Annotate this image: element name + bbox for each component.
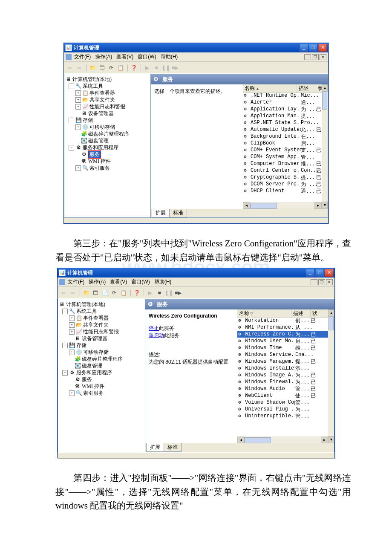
tree-defrag[interactable]: 磁盘碎片整理程序: [82, 356, 123, 363]
maximize-button[interactable]: □: [315, 269, 324, 277]
tree-storage[interactable]: 存储: [76, 342, 86, 349]
minimize-button[interactable]: _: [306, 269, 314, 277]
tree-indexing[interactable]: 索引服务: [89, 165, 110, 172]
service-row[interactable]: ⚙DHCP Client通...已: [243, 188, 328, 194]
tree-wmi[interactable]: WMI 控件: [82, 383, 104, 390]
service-row[interactable]: ⚙Application Man...提...: [243, 113, 328, 119]
col-name[interactable]: 名称: [245, 85, 255, 91]
tree-storage[interactable]: 存储: [83, 117, 93, 124]
tree-removable[interactable]: 可移动存储: [89, 124, 115, 131]
export-button[interactable]: 📋: [119, 289, 128, 297]
hscroll-thumb[interactable]: [245, 437, 271, 443]
maximize-button[interactable]: □: [309, 44, 317, 52]
col-desc[interactable]: 描述: [297, 84, 316, 92]
help-button[interactable]: ❓: [133, 289, 141, 297]
tree-devmgr[interactable]: 设备管理器: [88, 110, 114, 117]
restart-button[interactable]: ■▶: [174, 289, 182, 297]
tree-wmi[interactable]: WMI 控件: [88, 158, 111, 165]
up-button[interactable]: 📁: [82, 289, 90, 297]
menu-file[interactable]: 文件(F): [74, 53, 91, 61]
service-row[interactable]: ⚙Windows Image A...为...已: [237, 372, 334, 379]
vertical-scrollbar[interactable]: ▴ ▾: [322, 84, 328, 209]
service-row[interactable]: ⚙Uninterruptible...管...: [237, 413, 334, 419]
list-header[interactable]: 名称▽ 描述 状: [237, 309, 334, 318]
props-button[interactable]: 🗔: [91, 289, 100, 297]
scroll-up-icon[interactable]: ▴: [328, 309, 334, 317]
tree-removable[interactable]: 可移动存储: [83, 349, 109, 356]
menu-help[interactable]: 帮助(H): [161, 53, 178, 61]
minimize-button[interactable]: _: [300, 44, 308, 52]
col-status[interactable]: 状: [311, 309, 322, 318]
col-desc[interactable]: 描述: [291, 309, 311, 318]
service-row[interactable]: ⚙Background Inte...在...: [243, 133, 328, 140]
menu-view[interactable]: 查看(V): [116, 53, 133, 61]
service-row[interactable]: ⚙Windows Time维...已: [237, 344, 334, 351]
service-row[interactable]: ⚙ASP.NET State S...Pro...: [243, 119, 328, 126]
scroll-right-icon[interactable]: ▸: [314, 202, 322, 209]
console-tree[interactable]: 🖥计算机管理(本地) −🔧系统工具 +📋事件查看器 +📂共享文件夹 +📈性能日志…: [64, 74, 151, 218]
menu-help[interactable]: 帮助(H): [154, 278, 172, 286]
tree-shared[interactable]: 共享文件夹: [89, 96, 115, 104]
tree-systools[interactable]: 系统工具: [83, 83, 103, 90]
up-button[interactable]: 📁: [88, 64, 97, 72]
console-tree[interactable]: 🖥计算机管理(本地) −🔧系统工具 +📋事件查看器 +📂共享文件夹 +📈性能日志…: [58, 299, 145, 452]
col-name[interactable]: 名称: [239, 310, 249, 316]
vertical-scrollbar[interactable]: ▴ ▾: [328, 309, 334, 443]
expand-icon[interactable]: +: [75, 90, 81, 96]
service-row[interactable]: ⚙ClipBook启...: [243, 140, 328, 147]
menu-window[interactable]: 窗口(W): [138, 53, 156, 61]
props-button[interactable]: 🗔: [98, 64, 106, 72]
mdi-minimize[interactable]: _: [311, 279, 317, 285]
refresh-button[interactable]: ⟳: [110, 289, 118, 297]
tab-standard[interactable]: 标准: [164, 443, 182, 452]
collapse-icon[interactable]: −: [69, 84, 74, 89]
mdi-restore[interactable]: ❐: [312, 54, 319, 60]
service-row[interactable]: ⚙Contrl Center o...Con...已: [243, 167, 328, 174]
menu-window[interactable]: 窗口(W): [131, 278, 150, 286]
service-row[interactable]: ⚙Volume Shadow Copy管...: [237, 399, 334, 406]
scroll-thumb[interactable]: [329, 317, 334, 330]
tab-extended[interactable]: 扩展: [146, 443, 164, 452]
menu-action[interactable]: 操作(A): [89, 278, 106, 286]
scroll-up-icon[interactable]: ▴: [322, 84, 328, 92]
horizontal-scrollbar[interactable]: ◂ ▸: [243, 202, 322, 209]
refresh-button[interactable]: ⟳: [107, 64, 115, 72]
scroll-left-icon[interactable]: ◂: [243, 202, 250, 209]
tree-eventviewer[interactable]: 事件查看器: [83, 315, 109, 322]
service-row[interactable]: ⚙DCOM Server Pro...为 ...已: [243, 181, 328, 188]
tree-root[interactable]: 计算机管理(本地): [72, 76, 112, 83]
menu-action[interactable]: 操作(A): [95, 53, 112, 61]
tree-eventviewer[interactable]: 事件查看器: [89, 90, 115, 97]
service-row[interactable]: ⚙WMI Performance...从 ...: [237, 324, 334, 331]
restart-service-link[interactable]: 重启动: [149, 332, 164, 338]
tree-perf[interactable]: 性能日志和警报: [83, 328, 119, 335]
tree-services[interactable]: 服务: [82, 376, 92, 383]
service-row[interactable]: ⚙.NET Runtime Op...Mic...: [243, 92, 328, 99]
scroll-down-icon[interactable]: ▾: [328, 436, 334, 443]
service-row[interactable]: ⚙COM+ System App...管...: [243, 153, 328, 160]
tree-diskmgmt[interactable]: 磁盘管理: [82, 362, 102, 370]
tree-devmgr[interactable]: 设备管理器: [82, 335, 107, 342]
stop-button[interactable]: ■: [155, 289, 164, 297]
mdi-close[interactable]: ✕: [320, 54, 326, 60]
stop-service-link[interactable]: 停止: [149, 325, 159, 331]
titlebar[interactable]: 📊 计算机管理 _ □ ✕: [64, 43, 328, 52]
service-row[interactable]: ⚙COM+ Event System支...已: [243, 147, 328, 153]
service-row[interactable]: ⚙Application Lay...为 ...已: [243, 106, 328, 113]
service-row[interactable]: ⚙Workstation创...已: [237, 317, 334, 324]
tree-systools[interactable]: 系统工具: [76, 308, 97, 315]
close-button[interactable]: ✕: [325, 269, 333, 277]
service-row[interactable]: ⚙Windows User Mo...启...已: [237, 338, 334, 344]
tree-shared[interactable]: 共享文件夹: [83, 321, 109, 329]
services-list[interactable]: 名称▽ 描述 状 ⚙Workstation创...已⚙WMI Performan…: [237, 309, 334, 443]
service-row[interactable]: ⚙Wireless Zero C...为...已: [237, 331, 334, 338]
tree-diskmgmt[interactable]: 磁盘管理: [88, 137, 109, 145]
service-row[interactable]: ⚙Automatic Updates允...已: [243, 126, 328, 133]
list-header[interactable]: 名称▲ 描述 状: [243, 84, 328, 93]
hscroll-thumb[interactable]: [250, 203, 277, 209]
service-row[interactable]: ⚙Windows Managem...提...已: [237, 358, 334, 365]
help-button[interactable]: ❓: [130, 64, 138, 72]
tree-root[interactable]: 计算机管理(本地): [66, 301, 105, 308]
titlebar[interactable]: 📊 计算机管理 _ □ ✕: [58, 268, 334, 278]
service-row[interactable]: ⚙Windows Installer添...: [237, 365, 334, 372]
